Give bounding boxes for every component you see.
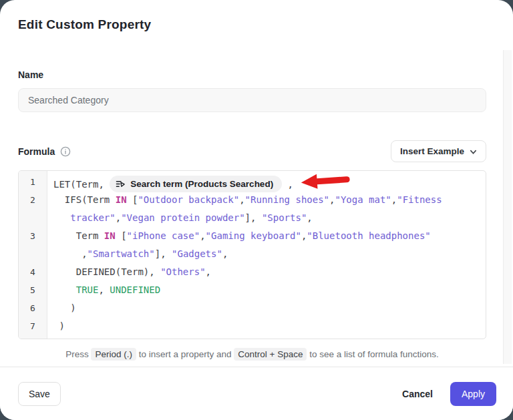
formula-code[interactable]: LET(Term, Search term (Products Searched… xyxy=(47,171,486,339)
line-number-gutter: 1234567 xyxy=(19,171,47,339)
insert-example-button[interactable]: Insert Example xyxy=(391,140,486,162)
dialog-content: Edit Custom Property Name Formula Insert… xyxy=(0,0,513,367)
line-number: 7 xyxy=(19,317,47,335)
code-line: ) xyxy=(53,299,486,317)
formula-hint: Press Period (.) to insert a property an… xyxy=(18,349,486,359)
dialog-footer: Save Cancel Apply xyxy=(0,367,513,420)
code-line: tracker","Vegan protein powder"], "Sport… xyxy=(53,209,486,227)
cancel-button[interactable]: Cancel xyxy=(402,389,433,399)
formula-editor[interactable]: 1234567 LET(Term, Search term (Products … xyxy=(18,170,486,339)
kbd-period: Period (.) xyxy=(91,348,136,361)
code-line: Term IN ["iPhone case","Gaming keyboard"… xyxy=(53,227,486,245)
line-number: 2 xyxy=(19,191,47,209)
dialog-title: Edit Custom Property xyxy=(18,17,486,32)
edit-custom-property-dialog: Edit Custom Property Name Formula Insert… xyxy=(0,0,513,420)
code-line: ) xyxy=(53,317,486,335)
apply-button[interactable]: Apply xyxy=(450,382,496,406)
formula-label: Formula xyxy=(18,146,55,157)
line-number xyxy=(19,209,47,227)
property-chip-label: Search term (Products Searched) xyxy=(130,175,273,193)
property-chip[interactable]: Search term (Products Searched) xyxy=(110,176,282,192)
chevron-down-icon xyxy=(470,148,477,155)
code-line: IFS(Term IN ["Outdoor backpack","Running… xyxy=(53,191,486,209)
line-number: 5 xyxy=(19,281,47,299)
code-line: TRUE, UNDEFINED xyxy=(53,281,486,299)
red-arrow-annotation xyxy=(299,171,351,198)
kbd-control-space: Control + Space xyxy=(234,348,307,361)
line-number xyxy=(19,245,47,263)
code-line: DEFINED(Term), "Others", xyxy=(53,263,486,281)
property-list-icon xyxy=(116,179,126,189)
save-button[interactable]: Save xyxy=(18,382,61,406)
line-number: 3 xyxy=(19,227,47,245)
line-number: 1 xyxy=(19,173,47,191)
code-line: ,"Smartwatch"], "Gadgets", xyxy=(53,245,486,263)
scrollbar[interactable] xyxy=(503,50,512,364)
code-line: LET(Term, Search term (Products Searched… xyxy=(53,173,486,191)
name-input[interactable] xyxy=(18,88,486,112)
insert-example-label: Insert Example xyxy=(400,146,464,156)
line-number: 6 xyxy=(19,299,47,317)
name-label: Name xyxy=(18,69,486,80)
line-number: 4 xyxy=(19,263,47,281)
info-icon[interactable] xyxy=(60,146,71,157)
